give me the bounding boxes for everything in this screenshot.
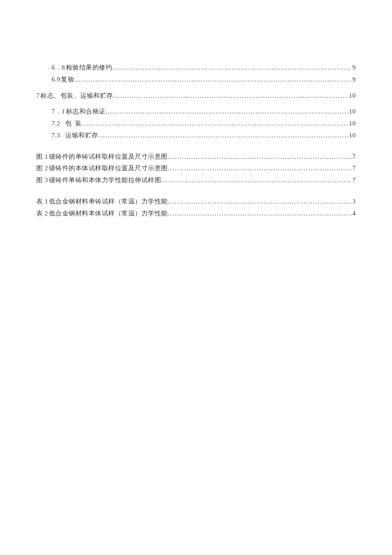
toc-page: 10 <box>348 90 356 102</box>
toc-figure-1: 图 1 镶铸件的单铸试样取样位置及尺寸示意图 7 <box>36 151 356 163</box>
toc-label: 表 2 <box>36 208 48 220</box>
toc-title: 标志、包装、运输和贮存 <box>40 90 113 102</box>
toc-table-2: 表 2 低合金钢材料本体试样（常温）力学性能 4 <box>36 208 356 220</box>
toc-figure-3: 图 3 镶铸件单铸和本体力学性能拉伸试样图 7 <box>36 174 356 186</box>
toc-label: 图 1 <box>36 151 48 163</box>
spacer <box>36 186 356 196</box>
toc-leader-dots <box>168 151 352 163</box>
spacer <box>36 102 356 106</box>
toc-leader-dots <box>161 174 352 186</box>
toc-leader-dots <box>168 208 352 220</box>
toc-title: 检验结果的修约 <box>66 62 112 74</box>
toc-title: 镶铸件的单铸试样取样位置及尺寸示意图 <box>49 151 168 163</box>
toc-title: 运输和贮存 <box>65 130 98 142</box>
toc-page: 7 <box>352 174 356 186</box>
toc-page: 7 <box>352 151 356 163</box>
toc-page: 9 <box>352 62 356 74</box>
toc-entry-7-1: 7．1 标志和合格证 10 <box>36 106 356 118</box>
toc-label: 表 1 <box>36 196 48 208</box>
toc-number: 7.3 <box>52 130 60 142</box>
toc-number: 6.9 <box>52 74 60 86</box>
toc-entry-6-8: 6．8 检验结果的修约 9 <box>36 62 356 74</box>
toc-leader-dots <box>168 196 352 208</box>
toc-leader-dots <box>81 118 348 130</box>
toc-figure-2: 图 2 镶铸件的本体试样取样位置及尺寸示意图 7 <box>36 163 356 174</box>
spacer <box>36 86 356 90</box>
toc-label: 图 3 <box>36 174 48 186</box>
toc-title: 复验 <box>61 74 74 86</box>
toc-entry-7-3: 7.3 运输和贮存 10 <box>36 130 356 142</box>
toc-page: 10 <box>348 118 356 130</box>
toc-title: 镶铸件单铸和本体力学性能拉伸试样图 <box>49 174 161 186</box>
toc-leader-dots <box>168 163 352 174</box>
toc-page: 10 <box>348 130 356 142</box>
toc-label: 图 2 <box>36 163 48 174</box>
spacer <box>36 142 356 151</box>
toc-leader-dots <box>113 90 349 102</box>
toc-title: 低合金钢材料本体试样（常温）力学性能 <box>49 208 168 220</box>
toc-number: 7 <box>36 90 40 102</box>
toc-page: 9 <box>352 74 356 86</box>
toc-leader-dots <box>98 130 348 142</box>
toc-title: 镶铸件的本体试样取样位置及尺寸示意图 <box>49 163 168 174</box>
toc-page: 7 <box>352 163 356 174</box>
toc-number: 6．8 <box>52 62 65 74</box>
toc-page: 10 <box>348 106 356 118</box>
toc-number: 7．1 <box>52 106 65 118</box>
toc-entry-6-9: 6.9 复验 9 <box>36 74 356 86</box>
toc-number: 7.2 <box>52 118 60 130</box>
toc-leader-dots <box>106 106 349 118</box>
toc-leader-dots <box>112 62 352 74</box>
toc-page: 4 <box>352 208 356 220</box>
toc-leader-dots <box>74 74 352 86</box>
toc-title: 低合金钢材料单铸试样（常温）力学性能 <box>49 196 168 208</box>
toc-entry-7-2: 7.2 包装 10 <box>36 118 356 130</box>
toc-page: 3 <box>352 196 356 208</box>
toc-title: 标志和合格证 <box>66 106 106 118</box>
toc-table-1: 表 1 低合金钢材料单铸试样（常温）力学性能 3 <box>36 196 356 208</box>
toc-entry-7: 7 标志、包装、运输和贮存 10 <box>36 90 356 102</box>
